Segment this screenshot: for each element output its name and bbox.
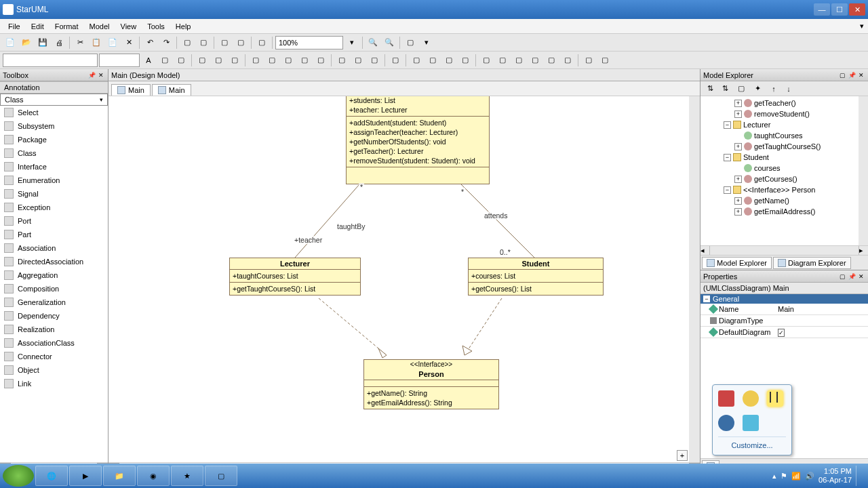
paste-button[interactable]: 📄 [105,35,120,50]
tool-e-button[interactable]: ▢ [254,35,269,50]
explorer-down-button[interactable]: ↓ [782,82,795,96]
arrange-5-button[interactable]: ▢ [458,53,473,68]
minimize-button[interactable]: — [814,3,830,16]
delete-button[interactable]: ✕ [121,35,136,50]
fmt-5-button[interactable]: ▢ [313,53,328,68]
tree-node-person[interactable]: −<<Interface>> Person [702,184,867,195]
tree-hscroll[interactable]: ◂▸ [701,245,868,255]
tool-port[interactable]: Port [0,214,108,228]
menu-format[interactable]: Format [50,21,84,32]
cut-button[interactable]: ✂ [73,35,87,50]
align-left-button[interactable]: ▢ [195,53,210,68]
menu-model[interactable]: Model [84,21,115,32]
tool-composition[interactable]: Composition [0,282,108,296]
properties-pin-icon[interactable]: 📌 [848,272,856,281]
properties-auto-icon[interactable]: ▢ [838,272,846,281]
menu-help[interactable]: Help [170,21,197,32]
fontsize-combo[interactable] [99,54,140,67]
explorer-up-button[interactable]: ↑ [767,82,781,96]
group-collapse-icon[interactable]: − [703,296,710,302]
tool-object[interactable]: Object [0,363,108,377]
font-combo[interactable] [3,54,98,67]
diagram-tab-title[interactable]: Main (Design Model) [111,71,180,79]
systray-customize-link[interactable]: Customize... [718,436,786,449]
tool-d-button[interactable]: ▢ [233,35,248,50]
explorer-sort-button[interactable]: ⇅ [703,82,717,96]
tool-c-button[interactable]: ▢ [217,35,232,50]
canvas-add-button[interactable]: + [677,450,688,461]
diagram-canvas[interactable]: +students: List +teacher: Lecturer +addS… [108,96,700,462]
taskbar-explorer[interactable]: 📁 [103,466,136,486]
arrange-6-button[interactable]: ▢ [479,53,494,68]
tool-interface[interactable]: Interface [0,160,108,174]
arrange-8-button[interactable]: ▢ [511,53,526,68]
tool-directedassociation[interactable]: DirectedAssociation [0,255,108,268]
systray-update-icon[interactable] [743,390,759,407]
arrange-11-button[interactable]: ▢ [560,53,575,68]
arrange-4-button[interactable]: ▢ [441,53,456,68]
print-button[interactable]: 🖨 [52,35,66,50]
tool-class[interactable]: Class [0,146,108,160]
tool-signal[interactable]: Signal [0,187,108,201]
tool-a-button[interactable]: ▢ [180,35,195,50]
default-diagram-checkbox[interactable]: ✓ [778,329,785,337]
zoom-fit-dropdown[interactable]: ▾ [419,35,434,50]
new-button[interactable]: 📄 [3,35,18,50]
minitab-main-1[interactable]: Main [111,84,151,96]
taskbar-ie[interactable]: 🌐 [35,466,68,486]
prop-row-defaultdiagram[interactable]: DefaultDiagram ✓ [701,327,868,338]
systray-network-icon[interactable] [767,390,783,407]
explorer-auto-icon[interactable]: ▢ [838,71,846,79]
tool-aggregation[interactable]: Aggregation [0,268,108,282]
arrange-9-button[interactable]: ▢ [528,53,542,68]
undo-button[interactable]: ↶ [142,35,157,50]
line-color-button[interactable]: ▢ [174,53,189,68]
uml-class-course[interactable]: +students: List +teacher: Lecturer +addS… [346,96,490,184]
fmt-8-button[interactable]: ▢ [367,53,382,68]
minitab-main-2[interactable]: Main [152,84,191,96]
fmt-1-button[interactable]: ▢ [248,53,263,68]
copy-button[interactable]: 📋 [89,35,104,50]
toolbox-close-icon[interactable]: ✕ [97,71,105,79]
properties-group-general[interactable]: − General [701,294,868,304]
tool-connector[interactable]: Connector [0,350,108,363]
tool-generalization[interactable]: Generalization [0,296,108,309]
tab-model-explorer[interactable]: Model Explorer [702,257,772,269]
fmt-3-button[interactable]: ▢ [281,53,296,68]
tree-node-removestudent[interactable]: +removeStudent() [702,108,867,119]
align-center-button[interactable]: ▢ [211,53,226,68]
systray-app2-icon[interactable] [743,415,759,431]
zoom-out-button[interactable]: 🔍 [366,35,380,50]
tool-link[interactable]: Link [0,377,108,390]
show-desktop-button[interactable] [856,466,861,486]
tray-network-icon[interactable]: 📶 [791,472,801,481]
fmt-4-button[interactable]: ▢ [297,53,312,68]
zoom-dropdown[interactable]: ▾ [344,35,359,50]
zoom-fit-button[interactable]: ▢ [403,35,418,50]
arrange-3-button[interactable]: ▢ [425,53,440,68]
tree-node-getcourses[interactable]: +getCourses() [702,174,867,184]
tool-associationclass[interactable]: AssociationClass [0,336,108,350]
uml-class-lecturer[interactable]: Lecturer +taughtCourses: List +getTaught… [229,258,361,296]
tree-node-getteacher[interactable]: +getTeacher() [702,98,867,108]
tool-enumeration[interactable]: Enumeration [0,174,108,187]
menu-tools[interactable]: Tools [142,21,170,32]
tree-node-gettaughtcourses[interactable]: +getTaughtCourseS() [702,141,867,152]
zoom-combo[interactable] [275,36,343,49]
systray-app1-icon[interactable] [718,415,734,431]
tree-vscroll[interactable] [859,96,868,245]
tool-association[interactable]: Association [0,241,108,255]
canvas-vscroll[interactable] [689,96,700,462]
align-right-button[interactable]: ▢ [227,53,242,68]
fmt-2-button[interactable]: ▢ [264,53,279,68]
properties-close-icon[interactable]: ✕ [857,272,865,281]
model-tree[interactable]: +getTeacher() +removeStudent() −Lecturer… [701,96,868,245]
taskbar-chrome[interactable]: ◉ [137,466,170,486]
toolbox-category-class[interactable]: Class ▾ [0,94,108,106]
maximize-button[interactable]: ☐ [831,3,848,16]
uml-class-student[interactable]: Student +courses: List +getCourses(): Li… [468,258,604,296]
arrange-13-button[interactable]: ▢ [597,53,612,68]
systray-volume-icon[interactable] [718,390,734,407]
tool-subsystem[interactable]: Subsystem [0,119,108,133]
taskbar-staruml[interactable]: ★ [171,466,203,486]
